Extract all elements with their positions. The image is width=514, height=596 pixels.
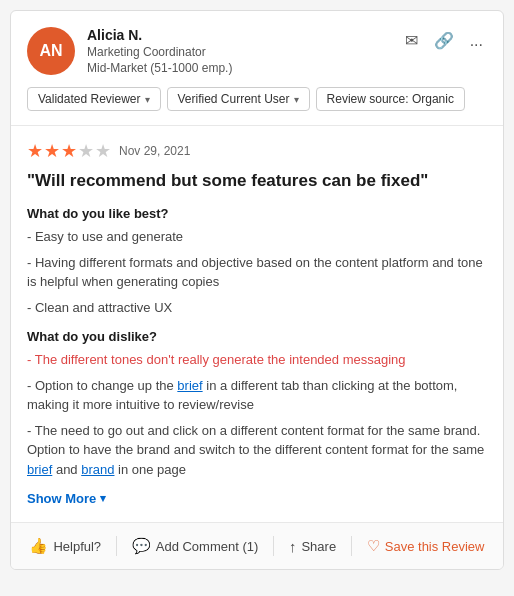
heart-icon: ♡ — [367, 537, 380, 555]
like-item-1: - Easy to use and generate — [27, 227, 487, 247]
card-footer: 👍 Helpful? 💬 Add Comment (1) ↑ Share ♡ S… — [11, 522, 503, 569]
brief-link-2: brief — [27, 462, 52, 477]
show-more-button[interactable]: Show More ▾ — [27, 491, 487, 506]
dislikes-heading: What do you dislike? — [27, 329, 487, 344]
add-comment-button[interactable]: 💬 Add Comment (1) — [126, 533, 265, 559]
footer-divider-2 — [273, 536, 274, 556]
star-2: ★ — [44, 140, 60, 162]
dislikes-section: What do you dislike? - The different ton… — [27, 329, 487, 479]
show-more-arrow-icon: ▾ — [100, 492, 106, 505]
save-review-button[interactable]: ♡ Save this Review — [361, 533, 491, 559]
badges-row: Validated Reviewer ▾ Verified Current Us… — [11, 87, 503, 125]
dislike-item-2: - Option to change up the brief in a dif… — [27, 376, 487, 415]
comment-icon: 💬 — [132, 537, 151, 555]
header-actions: ✉ 🔗 ... — [401, 29, 487, 52]
brief-link: brief — [177, 378, 202, 393]
share-label: Share — [301, 539, 336, 554]
rating-row: ★ ★ ★ ★ ★ Nov 29, 2021 — [27, 140, 487, 162]
like-item-3: - Clean and attractive UX — [27, 298, 487, 318]
footer-divider-3 — [351, 536, 352, 556]
more-icon[interactable]: ... — [466, 30, 487, 52]
verified-user-chevron: ▾ — [294, 94, 299, 105]
likes-section: What do you like best? - Easy to use and… — [27, 206, 487, 317]
star-5: ★ — [95, 140, 111, 162]
user-info: Alicia N. Marketing Coordinator Mid-Mark… — [87, 27, 232, 75]
dislike-item-1: - The different tones don't really gener… — [27, 350, 487, 370]
save-review-label: Save this Review — [385, 539, 485, 554]
review-source-label: Review source: Organic — [327, 92, 454, 106]
validated-reviewer-chevron: ▾ — [145, 94, 150, 105]
helpful-button[interactable]: 👍 Helpful? — [23, 533, 107, 559]
add-comment-label: Add Comment (1) — [156, 539, 259, 554]
card-header: AN Alicia N. Marketing Coordinator Mid-M… — [11, 11, 503, 87]
like-item-2: - Having different formats and objective… — [27, 253, 487, 292]
verified-user-badge[interactable]: Verified Current User ▾ — [167, 87, 310, 111]
likes-heading: What do you like best? — [27, 206, 487, 221]
dislike-item-3: - The need to go out and click on a diff… — [27, 421, 487, 480]
user-profile: AN Alicia N. Marketing Coordinator Mid-M… — [27, 27, 232, 75]
share-button[interactable]: ↑ Share — [283, 534, 342, 559]
star-1: ★ — [27, 140, 43, 162]
show-more-label: Show More — [27, 491, 96, 506]
star-3: ★ — [61, 140, 77, 162]
verified-user-label: Verified Current User — [178, 92, 290, 106]
review-body: ★ ★ ★ ★ ★ Nov 29, 2021 "Will recommend b… — [11, 126, 503, 522]
share-icon: ↑ — [289, 538, 297, 555]
link-icon[interactable]: 🔗 — [430, 29, 458, 52]
user-role: Marketing Coordinator — [87, 45, 232, 59]
brand-link: brand — [81, 462, 114, 477]
footer-divider-1 — [116, 536, 117, 556]
review-date: Nov 29, 2021 — [119, 144, 190, 158]
mail-icon[interactable]: ✉ — [401, 29, 422, 52]
thumbs-up-icon: 👍 — [29, 537, 48, 555]
avatar: AN — [27, 27, 75, 75]
user-segment: Mid-Market (51-1000 emp.) — [87, 61, 232, 75]
helpful-label: Helpful? — [53, 539, 101, 554]
star-4: ★ — [78, 140, 94, 162]
review-title: "Will recommend but some features can be… — [27, 170, 487, 192]
user-name: Alicia N. — [87, 27, 232, 43]
validated-reviewer-label: Validated Reviewer — [38, 92, 141, 106]
star-rating: ★ ★ ★ ★ ★ — [27, 140, 111, 162]
review-source-badge: Review source: Organic — [316, 87, 465, 111]
validated-reviewer-badge[interactable]: Validated Reviewer ▾ — [27, 87, 161, 111]
review-card: AN Alicia N. Marketing Coordinator Mid-M… — [10, 10, 504, 570]
